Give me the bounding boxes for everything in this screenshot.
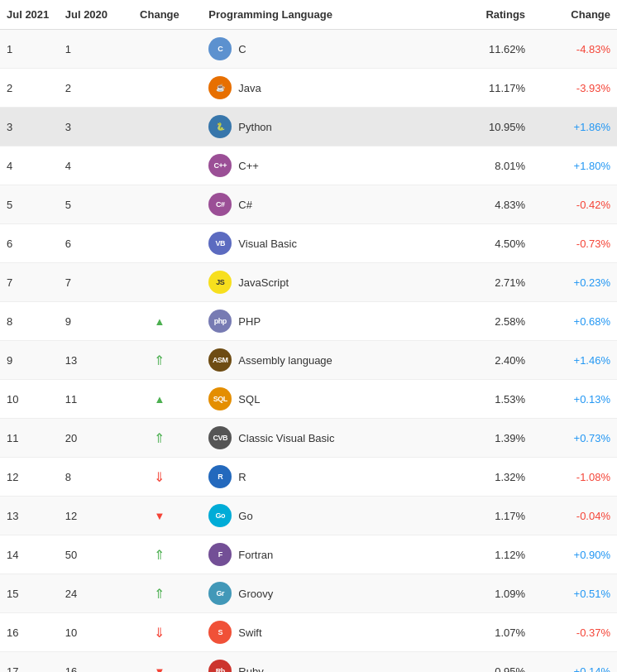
change-arrow — [117, 30, 202, 69]
language-cell: Rb Ruby — [202, 652, 436, 673]
change-value: -4.83% — [532, 30, 617, 69]
table-row: 16 10 ⇓ S Swift 1.07% -0.37% — [0, 613, 617, 652]
language-cell: S Swift — [202, 613, 436, 652]
change-arrow — [117, 224, 202, 263]
language-name: Ruby — [238, 665, 263, 673]
rank-2021: 11 — [0, 419, 59, 458]
rank-2020: 9 — [59, 302, 117, 341]
language-cell: CVB Classic Visual Basic — [202, 419, 436, 458]
change-value: +0.13% — [532, 380, 617, 419]
language-icon: F — [208, 543, 232, 566]
language-icon: S — [208, 621, 232, 644]
table-row: 7 7 JS JavaScript 2.71% +0.23% — [0, 263, 617, 302]
rank-2021: 16 — [0, 613, 59, 652]
change-value: -0.04% — [532, 497, 617, 535]
language-name: Python — [238, 121, 271, 133]
change-arrow: ▲ — [117, 302, 202, 341]
change-value: +0.14% — [532, 652, 617, 673]
rank-2020: 11 — [59, 380, 117, 419]
table-row: 10 11 ▲ SQL SQL 1.53% +0.13% — [0, 380, 617, 419]
language-cell: Go Go — [202, 497, 436, 535]
rank-2020: 4 — [59, 146, 117, 185]
language-icon: Gr — [208, 582, 232, 605]
rank-2020: 10 — [59, 613, 117, 652]
change-arrow: ⇑ — [117, 574, 202, 613]
language-name: Assembly language — [238, 354, 332, 367]
table-row: 9 13 ⇑ ASM Assembly language 2.40% +1.46… — [0, 341, 617, 380]
ratings: 2.40% — [436, 341, 532, 380]
change-value: +1.80% — [532, 146, 617, 185]
language-icon: VB — [208, 232, 232, 255]
language-icon: Go — [208, 504, 232, 527]
rank-2020: 2 — [59, 69, 117, 108]
rank-2020: 8 — [59, 458, 117, 497]
rank-2020: 50 — [59, 535, 117, 574]
rank-2020: 12 — [59, 497, 117, 535]
col-ratings: Ratings — [436, 0, 532, 30]
rank-2020: 1 — [59, 30, 117, 69]
rank-2021: 17 — [0, 652, 59, 673]
language-cell: VB Visual Basic — [202, 224, 436, 263]
ratings: 1.53% — [436, 380, 532, 419]
change-arrow — [117, 146, 202, 185]
language-icon: 🐍 — [208, 115, 232, 138]
ratings: 8.01% — [436, 146, 532, 185]
change-arrow: ▲ — [117, 380, 202, 419]
table-row: 4 4 C++ C++ 8.01% +1.80% — [0, 146, 617, 185]
change-arrow — [117, 263, 202, 302]
change-arrow — [117, 69, 202, 108]
rank-2021: 4 — [0, 146, 59, 185]
ratings: 11.62% — [436, 30, 532, 69]
rank-2021: 5 — [0, 185, 59, 224]
language-cell: php PHP — [202, 302, 436, 341]
language-icon: ☕ — [208, 76, 232, 99]
change-value: -1.08% — [532, 458, 617, 497]
table-row: 14 50 ⇑ F Fortran 1.12% +0.90% — [0, 535, 617, 574]
language-name: Groovy — [238, 588, 273, 600]
rank-2020: 20 — [59, 419, 117, 458]
language-cell: R R — [202, 458, 436, 497]
change-arrow — [117, 108, 202, 146]
language-cell: 🐍 Python — [202, 108, 436, 146]
language-name: Swift — [238, 626, 261, 639]
language-name: R — [238, 471, 246, 483]
language-name: C++ — [238, 160, 259, 172]
rank-2021: 9 — [0, 341, 59, 380]
change-value: -0.73% — [532, 224, 617, 263]
col-change: Change — [117, 0, 202, 30]
table-row: 1 1 C C 11.62% -4.83% — [0, 30, 617, 69]
language-icon: JS — [208, 271, 232, 294]
change-value: -0.37% — [532, 613, 617, 652]
ratings: 4.83% — [436, 185, 532, 224]
language-cell: C# C# — [202, 185, 436, 224]
language-name: Fortran — [238, 549, 273, 561]
rank-2021: 2 — [0, 69, 59, 108]
ratings: 1.39% — [436, 419, 532, 458]
change-arrow: ⇓ — [117, 458, 202, 497]
rank-2020: 16 — [59, 652, 117, 673]
change-arrow: ⇓ — [117, 613, 202, 652]
change-value: -0.42% — [532, 185, 617, 224]
table-row: 3 3 🐍 Python 10.95% +1.86% — [0, 108, 617, 146]
change-value: +0.90% — [532, 535, 617, 574]
language-cell: F Fortran — [202, 535, 436, 574]
ratings: 1.17% — [436, 497, 532, 535]
rank-2021: 1 — [0, 30, 59, 69]
table-header: Jul 2021 Jul 2020 Change Programming Lan… — [0, 0, 617, 30]
col-jul2020: Jul 2020 — [59, 0, 117, 30]
language-cell: ☕ Java — [202, 69, 436, 108]
rankings-table: Jul 2021 Jul 2020 Change Programming Lan… — [0, 0, 617, 672]
language-cell: Gr Groovy — [202, 574, 436, 613]
rank-2021: 10 — [0, 380, 59, 419]
table-row: 2 2 ☕ Java 11.17% -3.93% — [0, 69, 617, 108]
language-cell: SQL SQL — [202, 380, 436, 419]
change-value: +1.46% — [532, 341, 617, 380]
rank-2021: 12 — [0, 458, 59, 497]
language-icon: C++ — [208, 154, 232, 177]
language-icon: SQL — [208, 387, 232, 410]
language-name: C — [238, 43, 246, 55]
rank-2020: 7 — [59, 263, 117, 302]
language-icon: C# — [208, 193, 232, 216]
language-cell: ASM Assembly language — [202, 341, 436, 380]
language-name: Java — [238, 82, 261, 94]
